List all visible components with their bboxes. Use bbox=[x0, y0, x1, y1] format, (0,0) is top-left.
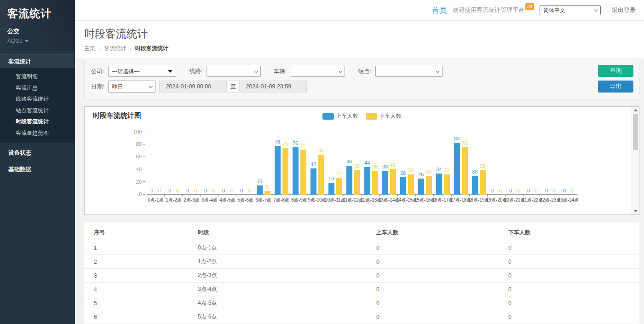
table-cell: 3点-4点 bbox=[198, 283, 376, 296]
station-select[interactable] bbox=[375, 66, 443, 77]
bar[interactable] bbox=[462, 147, 468, 195]
date-label: 日期: bbox=[91, 83, 104, 91]
bar-value-label: 0 bbox=[571, 188, 574, 194]
filter-row-2: 日期: 昨日 2024-01-09 00:00 至 2024-01-09 23:… bbox=[91, 81, 632, 93]
bar-value-label: 64 bbox=[318, 148, 324, 154]
sidebar-item[interactable]: 站点客流统计 bbox=[0, 105, 75, 116]
bar-value-label: 0 bbox=[509, 188, 512, 194]
table-cell: 4点-5点 bbox=[198, 296, 376, 310]
bar[interactable] bbox=[408, 174, 414, 195]
bar-value-label: 0 bbox=[194, 188, 197, 194]
table-header-cell: 上车人数 bbox=[376, 222, 508, 241]
bar[interactable] bbox=[372, 171, 378, 195]
sidebar-item[interactable]: 客流汇总 bbox=[0, 82, 75, 94]
chevron-down-icon bbox=[594, 8, 598, 12]
bar-value-label: 44 bbox=[364, 160, 370, 166]
bar[interactable] bbox=[275, 146, 281, 195]
table-cell: 6 bbox=[84, 310, 198, 324]
sidebar-logo-area: 客流统计 公交 AQGJ bbox=[0, 0, 75, 51]
bar[interactable] bbox=[436, 174, 442, 195]
legend-item[interactable]: 上车人数 bbox=[322, 112, 358, 120]
table-cell: 5点-6点 bbox=[198, 310, 376, 324]
bar-value-label: 27 bbox=[336, 171, 342, 177]
bar[interactable] bbox=[472, 176, 478, 195]
bar[interactable] bbox=[444, 174, 450, 195]
table-cell: 0点-1点 bbox=[198, 241, 376, 255]
bar-value-label: 39 bbox=[354, 163, 360, 169]
bar[interactable] bbox=[426, 176, 432, 195]
bar[interactable] bbox=[310, 168, 316, 195]
bar[interactable] bbox=[293, 147, 299, 195]
sidebar-item[interactable]: 时段客流统计 bbox=[0, 116, 75, 127]
bar[interactable] bbox=[336, 178, 342, 195]
station-label: 站点: bbox=[358, 68, 371, 75]
chart-category-group: 76728点-9点 bbox=[290, 132, 308, 194]
legend-item[interactable]: 下车人数 bbox=[366, 112, 402, 120]
sidebar-section[interactable]: 基础数据 bbox=[0, 162, 75, 176]
bar[interactable] bbox=[454, 143, 460, 195]
page-title: 时段客流统计 bbox=[84, 27, 644, 41]
table-cell: 4 bbox=[84, 283, 198, 296]
table-cell: 0 bbox=[508, 310, 639, 324]
breadcrumb-item[interactable]: 客流统计 bbox=[104, 45, 126, 52]
bar[interactable] bbox=[390, 169, 396, 195]
title-band: 时段客流统计 主页/客流统计/时段客流统计 bbox=[75, 21, 644, 58]
chart-category-group: 303918点-19点 bbox=[470, 132, 488, 194]
language-select[interactable]: 简体中文 bbox=[540, 5, 601, 15]
bar[interactable] bbox=[480, 170, 486, 195]
bar[interactable] bbox=[418, 179, 424, 195]
bar-value-label: 0 bbox=[176, 188, 179, 194]
logout-link[interactable]: 退出登录 bbox=[606, 6, 636, 14]
breadcrumb-item[interactable]: 主页 bbox=[84, 45, 95, 52]
x-tick-label: 7点-8点 bbox=[273, 197, 289, 203]
legend-marker-icon bbox=[322, 113, 334, 120]
table-cell: 0 bbox=[508, 241, 639, 255]
table-cell: 5 bbox=[84, 296, 198, 310]
sidebar-section[interactable]: 设备状态 bbox=[0, 146, 75, 160]
bar[interactable] bbox=[282, 148, 288, 195]
search-button[interactable]: 查询 bbox=[598, 65, 633, 77]
bar[interactable] bbox=[400, 177, 406, 195]
date-start-input[interactable]: 2024-01-09 00:00 bbox=[159, 81, 227, 93]
bar[interactable] bbox=[318, 155, 324, 195]
bar[interactable] bbox=[364, 167, 370, 195]
scroll-down-icon[interactable] bbox=[634, 210, 638, 212]
bar[interactable] bbox=[328, 183, 334, 195]
chart-scrollbar[interactable] bbox=[632, 107, 639, 214]
chart-category-group: 0020点-21点 bbox=[506, 132, 523, 194]
x-tick-label: 1点-2点 bbox=[166, 197, 181, 203]
date-preset-select[interactable]: 昨日 bbox=[108, 81, 155, 93]
date-end-input[interactable]: 2024-01-09 23:59 bbox=[239, 81, 307, 93]
org-switcher[interactable]: AQGJ bbox=[7, 38, 67, 44]
export-button[interactable]: 导出 bbox=[598, 81, 633, 93]
content-area: 公司: ---请选择--- 线路: 车辆: 站点: 日期: bbox=[75, 58, 644, 324]
chart-category-group: 343216点-17点 bbox=[434, 132, 452, 194]
chart-category-group: 0022点-23点 bbox=[541, 132, 559, 194]
line-select[interactable] bbox=[207, 66, 261, 77]
scroll-up-icon[interactable] bbox=[634, 109, 638, 111]
home-link[interactable]: 首页 bbox=[431, 5, 447, 16]
table-cell: 1点-2点 bbox=[198, 255, 376, 269]
company-select[interactable]: ---请选择--- bbox=[108, 66, 176, 77]
sidebar-item[interactable]: 客流明细 bbox=[0, 71, 75, 82]
chart-plot: 000点-1点001点-2点002点-3点003点-4点004点-5点005点-… bbox=[147, 132, 577, 195]
scrollbar-thumb[interactable] bbox=[633, 114, 638, 150]
bar[interactable] bbox=[257, 185, 263, 195]
table-row: 10点-1点00 bbox=[84, 241, 639, 255]
chart-category-group: 837617点-18点 bbox=[452, 132, 470, 194]
sidebar-item[interactable]: 客流量趋势图 bbox=[0, 127, 75, 139]
vehicle-select[interactable] bbox=[291, 66, 345, 77]
bar[interactable] bbox=[300, 150, 306, 195]
sidebar-section[interactable]: 客流统计 bbox=[0, 54, 75, 68]
table-row: 54点-5点00 bbox=[84, 296, 639, 310]
bar[interactable] bbox=[346, 166, 352, 195]
bar-value-label: 0 bbox=[545, 188, 548, 194]
bar[interactable] bbox=[382, 171, 388, 195]
bar[interactable] bbox=[354, 170, 360, 195]
breadcrumb-separator: / bbox=[99, 46, 100, 52]
bar[interactable] bbox=[264, 191, 270, 195]
sidebar-item[interactable]: 线路客流统计 bbox=[0, 93, 75, 105]
x-tick-label: 3点-4点 bbox=[201, 197, 217, 203]
x-tick-label: 0点-1点 bbox=[148, 197, 163, 203]
vehicle-label: 车辆: bbox=[274, 68, 287, 75]
